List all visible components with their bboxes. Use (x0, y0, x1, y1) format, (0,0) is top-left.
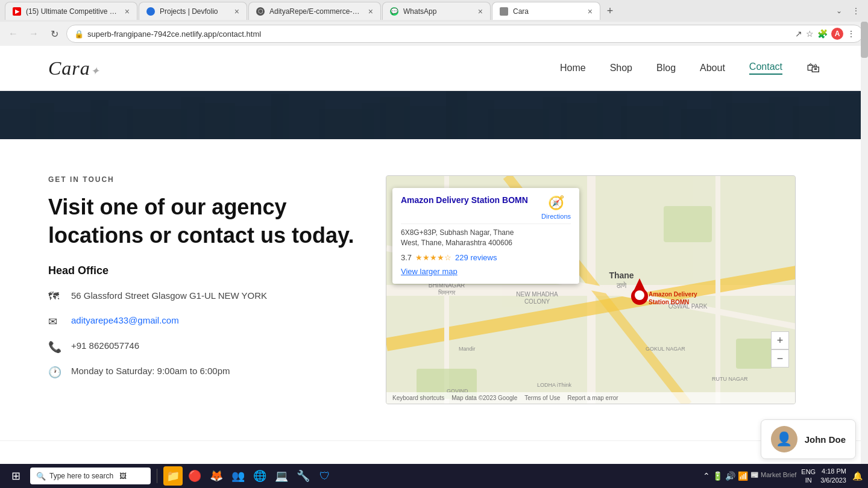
address-bar-row: ← → ↻ 🔒 superb-frangipane-7942ce.netlify… (0, 22, 868, 46)
cart-icon[interactable]: 🛍 (807, 60, 820, 76)
taskbar-app-firefox[interactable]: 🦊 (207, 466, 226, 486)
forward-button[interactable]: → (25, 25, 42, 42)
tab-devfolio[interactable]: Projects | Devfolio × (139, 2, 247, 20)
taskbar-app-chrome[interactable]: 🔴 (185, 466, 204, 486)
menu-icon[interactable]: ⋮ (847, 29, 855, 39)
scrollbar[interactable] (861, 22, 868, 464)
svg-rect-24 (681, 109, 717, 139)
rating-number: 3.7 (401, 253, 412, 262)
map-popup-title[interactable]: Amazon Delivery Station BOMN (401, 195, 541, 205)
tab-menu[interactable]: ⋮ (849, 4, 863, 18)
map-popup: Amazon Delivery Station BOMN 🧭 Direction… (392, 188, 579, 284)
directions-icon: 🧭 (548, 195, 564, 211)
taskbar-right: ⌃ 🔋 🔊 📶 📰 Market Brief ENG IN 4:18 PM 3/… (703, 467, 863, 486)
start-button[interactable]: ⊞ (5, 465, 27, 487)
svg-text:NEW MHADHA: NEW MHADHA (516, 291, 558, 298)
view-larger-map-link[interactable]: View larger map (401, 267, 458, 276)
tab-github[interactable]: ⬡ AdityaRepe/E-commerce-websit... × (248, 2, 381, 20)
review-count[interactable]: 229 reviews (455, 253, 497, 262)
svg-text:LODHA iThink: LODHA iThink (537, 382, 572, 388)
zoom-out-button[interactable]: − (771, 349, 789, 368)
tab-close-2[interactable]: × (234, 7, 239, 16)
tab-youtube[interactable]: ▶ (15) Ultimate Competitive Progra... × (5, 2, 137, 20)
nav-home[interactable]: Home (560, 63, 586, 74)
notification-center[interactable]: 🔔 (851, 470, 863, 482)
nav-blog[interactable]: Blog (656, 63, 676, 74)
email-text: adityarepe433@gmail.com (71, 314, 179, 328)
taskbar-app-edge[interactable]: 🌐 (250, 466, 269, 486)
svg-rect-28 (793, 106, 835, 139)
directions-button[interactable]: 🧭 Directions (541, 195, 571, 220)
terms-of-use[interactable]: Terms of Use (524, 395, 560, 401)
language-indicator: ENG IN (801, 468, 816, 485)
taskbar-search[interactable]: 🔍 Type here to search 🖼 (30, 468, 151, 484)
map-container[interactable]: BHIMNAGAR भिमनगर NEW MHADHA COLONY Thane… (386, 175, 796, 404)
keyboard-shortcuts[interactable]: Keyboard shortcuts (392, 395, 444, 401)
taskbar-app-teams[interactable]: 👥 (228, 466, 248, 486)
tab-close-5[interactable]: × (588, 7, 593, 16)
taskbar-search-extra: 🖼 (119, 472, 127, 480)
share-icon[interactable]: ↗ (795, 29, 802, 39)
tab-close-3[interactable]: × (368, 7, 373, 16)
tab-close-4[interactable]: × (478, 7, 483, 16)
tab-minimize[interactable]: ⌄ (832, 4, 846, 18)
tab-favicon-3: ⬡ (256, 7, 265, 16)
svg-rect-1 (0, 109, 36, 139)
website: Cara✦ Home Shop Blog About Contact 🛍 (0, 46, 868, 472)
site-logo[interactable]: Cara✦ (48, 57, 100, 80)
taskbar-app-explorer[interactable]: 📁 (163, 466, 183, 486)
nav-shop[interactable]: Shop (610, 63, 632, 74)
address-bar[interactable]: 🔒 superb-frangipane-7942ce.netlify.app/c… (66, 25, 863, 43)
profile-icon[interactable]: A (831, 28, 843, 40)
tab-controls: ⌄ ⋮ (832, 4, 863, 18)
svg-rect-16 (446, 91, 467, 139)
svg-rect-0 (0, 91, 868, 139)
bookmark-icon[interactable]: ☆ (806, 29, 814, 39)
svg-rect-25 (711, 91, 732, 139)
taskbar-app-extra2[interactable]: 🛡 (315, 466, 335, 486)
tab-close-1[interactable]: × (125, 7, 130, 16)
email-link[interactable]: adityarepe433@gmail.com (71, 315, 179, 325)
tray-icon-2[interactable]: 🔋 (712, 471, 723, 481)
contact-heading: Visit one of our agency locations or con… (48, 193, 362, 250)
svg-rect-22 (621, 106, 669, 139)
site-header: Cara✦ Home Shop Blog About Contact 🛍 (0, 46, 868, 91)
tab-title-4: WhatsApp (403, 7, 473, 16)
tray-icon-3[interactable]: 🔊 (725, 471, 735, 481)
clock-date: 3/6/2023 (820, 476, 846, 485)
report-error[interactable]: Report a map error (567, 395, 618, 401)
system-clock[interactable]: 4:18 PM 3/6/2023 (820, 467, 846, 486)
map-data: Map data ©2023 Google (451, 395, 517, 401)
scrollbar-thumb[interactable] (861, 22, 868, 58)
extension-icon[interactable]: 🧩 (817, 29, 828, 39)
refresh-button[interactable]: ↻ (46, 25, 63, 42)
chat-bubble[interactable]: 👤 John Doe (761, 419, 856, 459)
svg-text:RUTU NAGAR: RUTU NAGAR (712, 376, 748, 382)
taskbar-app-vscode[interactable]: 💻 (272, 466, 291, 486)
popup-divider (401, 224, 571, 224)
tray-icon-1[interactable]: ⌃ (703, 471, 710, 481)
zoom-in-button[interactable]: + (771, 331, 789, 349)
tab-cara[interactable]: Cara × (492, 2, 600, 20)
taskbar-divider-1 (157, 469, 157, 483)
address-icon: 🗺 (48, 290, 61, 303)
svg-rect-21 (597, 94, 627, 139)
contact-info: GET IN TOUCH Visit one of our agency loc… (48, 175, 362, 404)
new-tab-button[interactable]: + (602, 2, 618, 19)
svg-text:Thane: Thane (609, 271, 634, 280)
chat-name: John Doe (805, 434, 846, 445)
taskbar-app-extra[interactable]: 🔧 (294, 466, 313, 486)
svg-rect-2 (30, 103, 54, 139)
tab-whatsapp[interactable]: 💬 WhatsApp × (382, 2, 491, 20)
phone-icon: 📞 (48, 340, 61, 354)
svg-rect-19 (542, 97, 567, 139)
svg-rect-23 (663, 100, 687, 139)
svg-text:Amazon Delivery: Amazon Delivery (649, 291, 697, 298)
nav-about[interactable]: About (700, 63, 725, 74)
svg-rect-13 (362, 103, 386, 139)
tray-icon-4[interactable]: 📶 (738, 471, 748, 481)
news-icon[interactable]: 📰 Market Brief (750, 471, 796, 481)
nav-contact[interactable]: Contact (749, 61, 782, 75)
tab-favicon-5 (500, 7, 508, 16)
back-button[interactable]: ← (5, 25, 22, 42)
